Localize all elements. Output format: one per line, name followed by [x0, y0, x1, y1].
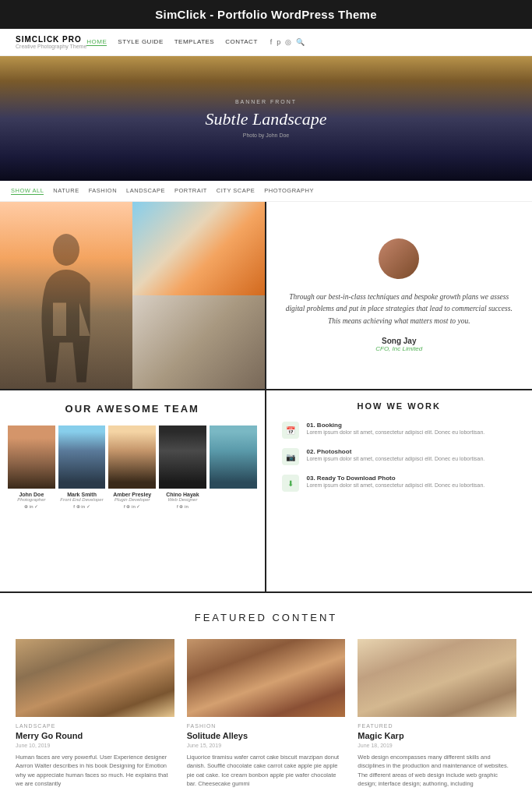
- post-thumb-1: [16, 639, 174, 717]
- post-cat-2: Fashion: [187, 723, 346, 729]
- filter-fashion[interactable]: FASHION: [89, 187, 117, 195]
- testimonial-role: CFO, Inc Limited: [375, 345, 422, 352]
- download-icon: ⬇: [282, 475, 299, 492]
- portfolio-img-sky[interactable]: [132, 202, 265, 295]
- nav-home[interactable]: HOME: [86, 38, 107, 46]
- svg-point-0: [53, 234, 79, 266]
- how-content-2: 02. Photoshoot Lorem ipsum dolor sit ame…: [307, 448, 485, 463]
- logo-subtitle: Creative Photography Theme: [16, 44, 86, 49]
- how-content-1: 01. Booking Lorem ipsum dolor sit amet, …: [307, 422, 485, 436]
- post-title-3[interactable]: Magic Karp: [358, 731, 516, 740]
- how-desc-1: Lorem ipsum dolor sit amet, consectetur …: [307, 429, 485, 436]
- how-item-1: 📅 01. Booking Lorem ipsum dolor sit amet…: [282, 422, 517, 439]
- step-label-3: Ready To Download Photo: [317, 475, 396, 482]
- search-icon[interactable]: 🔍: [296, 38, 305, 46]
- step-number-1: 01.: [307, 422, 315, 429]
- portfolio-filter: SHOW ALL NATURE FASHION LANDSCAPE PORTRA…: [0, 181, 532, 202]
- team-member-1: John Doe Photographer ⊕ in ✓: [8, 425, 55, 509]
- post-cat-3: Featured: [358, 723, 516, 729]
- team-member-2: Mark Smith Front End Developer f ⊕ in ✓: [58, 425, 106, 509]
- facebook-icon[interactable]: f: [270, 38, 273, 46]
- how-item-2: 📷 02. Photoshoot Lorem ipsum dolor sit a…: [282, 448, 517, 465]
- portfolio-img-main[interactable]: [0, 202, 132, 389]
- main-grid: Through our best-in-class techniques and…: [0, 202, 532, 390]
- portfolio-col: [0, 202, 266, 389]
- post-date-1: June 10, 2019: [16, 743, 174, 748]
- post-card-1: Landscape Merry Go Round June 10, 2019 H…: [16, 639, 174, 788]
- how-title: HOW WE WORK: [282, 401, 517, 411]
- post-excerpt-3: Web design encompasses many different sk…: [358, 753, 516, 788]
- filter-nature[interactable]: NATURE: [53, 187, 79, 195]
- post-title-2[interactable]: Solitude Alleys: [187, 731, 346, 740]
- team-role-1: Photographer: [8, 497, 55, 502]
- team-grid: John Doe Photographer ⊕ in ✓ Mark Smith …: [8, 425, 257, 509]
- team-socials-4: f ⊕ in: [159, 503, 206, 509]
- website-preview: SIMCLICK PRO Creative Photography Theme …: [0, 29, 532, 798]
- nav-contact[interactable]: CONTACT: [225, 38, 258, 46]
- title-bar-text: SimClick - Portfolio WordPress Theme: [155, 8, 377, 21]
- team-role-4: Web Designer: [159, 497, 206, 502]
- portfolio-images: [0, 202, 265, 389]
- team-section-title: OUR AWESOME TEAM: [8, 403, 257, 415]
- testimonial-text: Through our best-in-class techniques and…: [286, 291, 513, 327]
- team-photo-1: [8, 425, 55, 489]
- team-socials-2: f ⊕ in ✓: [58, 503, 106, 509]
- nav-style[interactable]: STYLE GUIDE: [118, 38, 163, 46]
- site-nav: SIMCLICK PRO Creative Photography Theme …: [0, 29, 532, 56]
- step-label-2: Photoshoot: [317, 448, 351, 455]
- post-title-1[interactable]: Merry Go Round: [16, 731, 174, 740]
- filter-portrait[interactable]: PORTRAIT: [174, 187, 207, 195]
- how-col: HOW WE WORK 📅 01. Booking Lorem ipsum do…: [266, 390, 533, 591]
- team-member-5: [210, 425, 257, 509]
- camera-icon: 📷: [282, 448, 299, 465]
- team-name-4: Chino Hayak: [159, 492, 206, 497]
- hero-section: BANNER FRONT Subtle Landscape Photo by J…: [0, 56, 532, 181]
- team-col: OUR AWESOME TEAM John Doe Photographer ⊕…: [0, 390, 266, 591]
- filter-landscape[interactable]: LANDSCAPE: [126, 187, 165, 195]
- pinterest-icon[interactable]: p: [277, 38, 280, 46]
- team-photo-4: [159, 425, 206, 489]
- team-role-2: Front End Developer: [58, 497, 106, 502]
- hero-label: BANNER FRONT: [235, 99, 297, 104]
- team-photo-2: [58, 425, 106, 489]
- how-desc-2: Lorem ipsum dolor sit amet, consectetur …: [307, 455, 485, 463]
- team-name-2: Mark Smith: [58, 492, 106, 497]
- team-member-3: Amber Presley Plugin Developer f ⊕ in ✓: [108, 425, 156, 509]
- nav-links: HOME STYLE GUIDE TEMPLATES CONTACT: [86, 38, 257, 46]
- featured-section: FEATURED CONTENT Landscape Merry Go Roun…: [0, 593, 532, 798]
- post-excerpt-1: Human faces are very powerful. User Expe…: [16, 753, 174, 788]
- hero-title: Subtle Landscape: [206, 109, 327, 129]
- logo-text: SIMCLICK PRO: [16, 35, 82, 44]
- hero-credit: Photo by John Doe: [243, 132, 290, 138]
- post-excerpt-2: Liquorice tiramisu wafer carrot cake bis…: [187, 753, 346, 788]
- nav-templates[interactable]: TEMPLATES: [174, 38, 214, 46]
- team-socials-3: f ⊕ in ✓: [108, 503, 156, 509]
- title-bar: SimClick - Portfolio WordPress Theme: [0, 0, 532, 29]
- team-member-4: Chino Hayak Web Designer f ⊕ in: [159, 425, 206, 509]
- how-step-2: 02. Photoshoot: [307, 448, 485, 455]
- featured-grid: Landscape Merry Go Round June 10, 2019 H…: [16, 639, 516, 788]
- filter-all[interactable]: SHOW ALL: [11, 187, 44, 195]
- how-step-1: 01. Booking: [307, 422, 485, 429]
- portfolio-img-arch[interactable]: [132, 295, 265, 389]
- how-desc-3: Lorem ipsum dolor sit amet, consectetur …: [307, 482, 485, 489]
- post-thumb-3: [358, 639, 516, 717]
- team-name-3: Amber Presley: [108, 492, 156, 497]
- post-date-3: June 18, 2019: [358, 743, 516, 748]
- step-number-3: 03.: [307, 475, 315, 482]
- instagram-icon[interactable]: ◎: [285, 38, 291, 46]
- featured-title: FEATURED CONTENT: [16, 612, 516, 623]
- second-row: OUR AWESOME TEAM John Doe Photographer ⊕…: [0, 390, 532, 593]
- how-item-3: ⬇ 03. Ready To Download Photo Lorem ipsu…: [282, 475, 517, 492]
- testimonial-name: Song Jay: [382, 337, 416, 345]
- how-step-3: 03. Ready To Download Photo: [307, 475, 485, 482]
- site-logo: SIMCLICK PRO Creative Photography Theme: [16, 35, 86, 49]
- filter-photography[interactable]: PHOTOGRAPHY: [264, 187, 314, 195]
- post-thumb-2: [187, 639, 346, 717]
- nav-social-icons: f p ◎ 🔍: [270, 38, 305, 46]
- post-date-2: June 15, 2019: [187, 743, 346, 748]
- team-socials-1: ⊕ in ✓: [8, 503, 55, 509]
- team-name-1: John Doe: [8, 492, 55, 497]
- step-number-2: 02.: [307, 448, 315, 455]
- filter-cityscape[interactable]: CITY SCAPE: [217, 187, 255, 195]
